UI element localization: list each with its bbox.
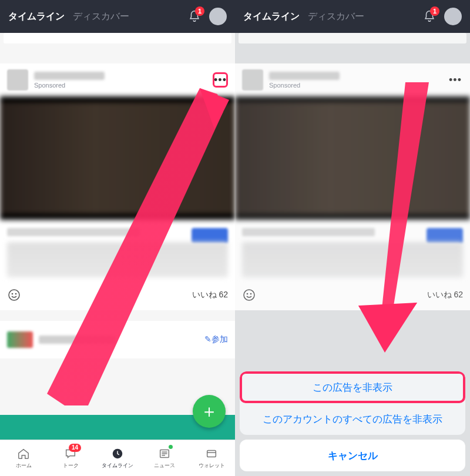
bottom-tabbar: ホーム 14 トーク タイムライン ニュース ウォレット — [0, 440, 235, 476]
tab-timeline[interactable]: タイムライン — [243, 11, 300, 23]
tab-home[interactable]: ホーム — [0, 440, 47, 476]
cta-button-blur[interactable] — [427, 228, 463, 243]
post-title-blur — [242, 228, 375, 236]
tab-timeline-bottom[interactable]: タイムライン — [94, 440, 141, 476]
svg-rect-5 — [207, 450, 216, 457]
notif-badge: 1 — [195, 6, 204, 16]
next-post-card[interactable]: ✎参加 — [0, 321, 235, 358]
sponsored-post: Sponsored ••• いいね 62 — [235, 63, 470, 310]
likes-count: いいね 62 — [427, 290, 463, 300]
card-peek — [4, 33, 231, 43]
smile-icon[interactable] — [242, 288, 256, 302]
bell-icon[interactable]: 1 — [188, 10, 201, 23]
action-sheet: この広告を非表示 このアカウントのすべての広告を非表示 キャンセル — [240, 371, 465, 471]
cta-button-blur[interactable] — [192, 228, 228, 243]
tab-timeline[interactable]: タイムライン — [8, 11, 65, 23]
svg-point-1 — [12, 293, 12, 294]
profile-avatar[interactable] — [444, 8, 462, 25]
sheet-cancel[interactable]: キャンセル — [240, 440, 465, 471]
app-header: タイムライン ディスカバー 1 — [235, 0, 470, 33]
post-title-blur — [7, 228, 140, 236]
tab-talk[interactable]: 14 トーク — [47, 440, 94, 476]
likes-count: いいね 62 — [192, 290, 228, 300]
svg-point-0 — [9, 290, 19, 300]
screenshot-right: タイムライン ディスカバー 1 Sponsored ••• — [235, 0, 470, 476]
post-avatar — [242, 69, 263, 90]
svg-point-10 — [250, 293, 251, 294]
talk-badge: 14 — [69, 444, 81, 452]
post-avatar — [7, 69, 28, 90]
app-header: タイムライン ディスカバー 1 — [0, 0, 235, 33]
next-thumb-blur — [7, 331, 33, 348]
sponsored-label: Sponsored — [34, 82, 105, 89]
post-media[interactable] — [235, 96, 470, 220]
sheet-hide-this-ad[interactable]: この広告を非表示 — [240, 371, 465, 403]
notif-badge: 1 — [430, 6, 439, 16]
sponsored-post: Sponsored ••• いいね 62 — [0, 63, 235, 310]
tab-discover[interactable]: ディスカバー — [73, 11, 129, 23]
post-media[interactable] — [0, 96, 235, 220]
tab-news[interactable]: ニュース — [141, 440, 188, 476]
compose-fab[interactable]: ＋ — [193, 395, 226, 428]
next-title-blur — [39, 336, 115, 344]
post-text-blur — [7, 242, 228, 277]
smile-icon[interactable] — [7, 288, 21, 302]
post-text-blur — [242, 242, 463, 277]
svg-point-9 — [247, 293, 247, 294]
sheet-hide-all-ads[interactable]: このアカウントのすべての広告を非表示 — [240, 403, 465, 435]
post-author-blur — [269, 72, 340, 80]
svg-point-2 — [15, 293, 16, 294]
tab-discover[interactable]: ディスカバー — [308, 11, 364, 23]
tab-wallet[interactable]: ウォレット — [188, 440, 235, 476]
news-dot — [169, 445, 173, 449]
bell-icon[interactable]: 1 — [423, 10, 436, 23]
sponsored-label: Sponsored — [269, 82, 340, 89]
join-link[interactable]: ✎参加 — [204, 334, 228, 345]
profile-avatar[interactable] — [209, 8, 227, 25]
post-author-blur — [34, 72, 105, 80]
post-more-button[interactable]: ••• — [213, 72, 228, 88]
card-peek — [239, 33, 466, 43]
screenshot-left: タイムライン ディスカバー 1 Sponsored ••• — [0, 0, 235, 476]
svg-point-8 — [244, 290, 254, 300]
post-more-button[interactable]: ••• — [448, 72, 463, 88]
